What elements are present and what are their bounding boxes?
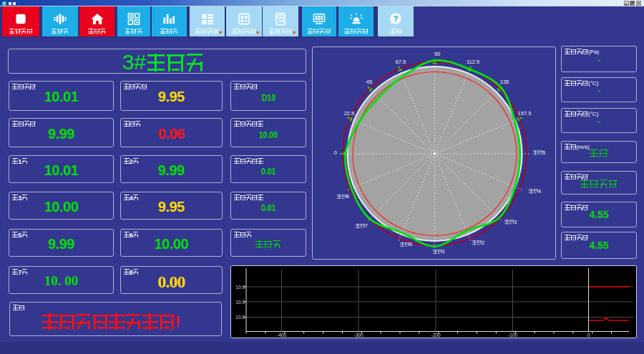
svg-text:?: ? [394, 14, 399, 23]
svg-text:-200: -200 [431, 333, 440, 338]
svg-text:0: 0 [587, 333, 590, 338]
svg-text:-300: -300 [353, 333, 363, 338]
svg-text:-400: -400 [277, 333, 286, 338]
svg-text:-100: -100 [508, 333, 517, 338]
